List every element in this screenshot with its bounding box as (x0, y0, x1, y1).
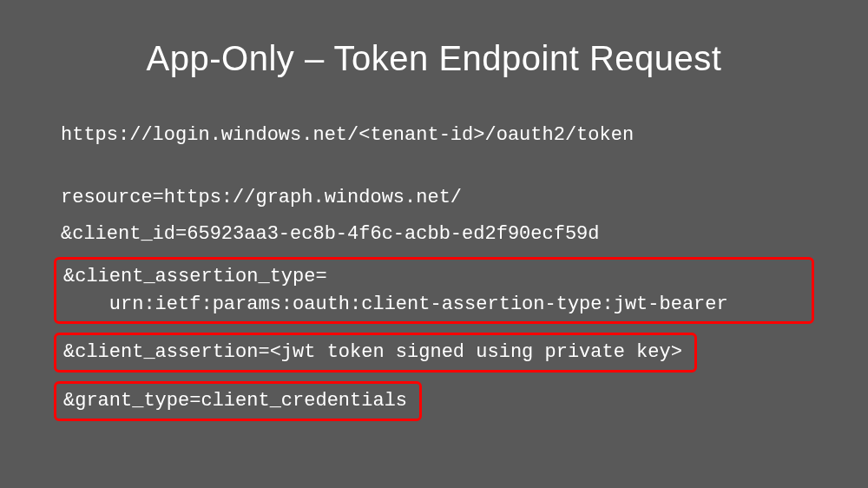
slide-title: App-Only – Token Endpoint Request (61, 39, 807, 78)
code-content: https://login.windows.net/<tenant-id>/oa… (61, 122, 807, 430)
highlight-box-client-assertion-type: &client_assertion_type= urn:ietf:params:… (54, 257, 814, 325)
slide-container: App-Only – Token Endpoint Request https:… (0, 0, 868, 488)
param-client-assertion-type-label: &client_assertion_type= (63, 263, 805, 291)
param-client-assertion-type-value: urn:ietf:params:oauth:client-assertion-t… (63, 291, 805, 319)
param-client-assertion: &client_assertion=<jwt token signed usin… (63, 339, 682, 366)
param-client-id: &client_id=65923aa3-ec8b-4f6c-acbb-ed2f9… (61, 221, 807, 248)
param-grant-type: &grant_type=client_credentials (63, 387, 407, 415)
endpoint-url: https://login.windows.net/<tenant-id>/oa… (61, 122, 807, 149)
param-resource: resource=https://graph.windows.net/ (61, 184, 807, 212)
highlight-box-client-assertion: &client_assertion=<jwt token signed usin… (54, 333, 697, 373)
highlight-box-grant-type: &grant_type=client_credentials (54, 381, 422, 421)
